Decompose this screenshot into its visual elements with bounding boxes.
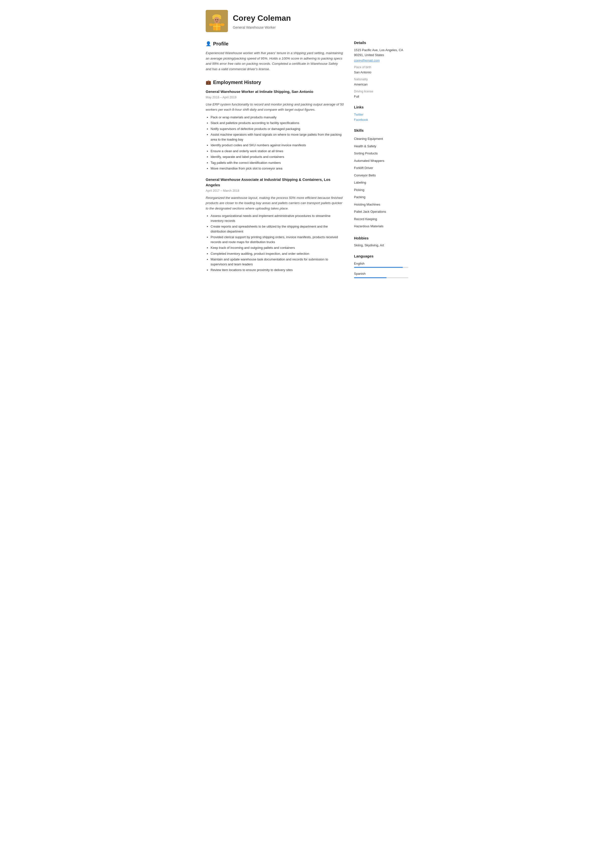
language-spanish-name: Spanish [354, 271, 408, 276]
employment-section: 💼 Employment History General Warehouse W… [206, 79, 344, 272]
skill-item: Sorting Products [354, 150, 408, 157]
list-item: Assist machine operators with hand signa… [211, 132, 344, 142]
list-item: Provided clerical support by printing sh… [211, 235, 344, 244]
list-item: Tag pallets with the correct identificat… [211, 160, 344, 165]
skill-item: Health & Safety [354, 143, 408, 150]
skills-title: Skills [354, 128, 408, 133]
links-section: Links Twitter Facebook [354, 104, 408, 122]
skill-item: Labeling [354, 179, 408, 186]
profile-title: 👤 Profile [206, 40, 344, 47]
job-1-description: Use ERP system functionality to record a… [206, 102, 344, 112]
profile-icon: 👤 [206, 40, 211, 47]
list-item: Pack or wrap materials and products manu… [211, 115, 344, 120]
driving-value: Full [354, 94, 408, 99]
links-title: Links [354, 104, 408, 110]
language-item-spanish: Spanish [354, 271, 408, 278]
language-english-bar-bg [354, 267, 408, 268]
skill-item: Automated Wrappers [354, 157, 408, 164]
skill-item: Picking [354, 186, 408, 194]
svg-point-5 [217, 19, 218, 20]
place-of-birth-value: San Antonio [354, 70, 408, 75]
hobbies-text: Skiing, Skydiving, Art [354, 243, 408, 248]
left-column: 👤 Profile Experienced Warehouse worker w… [206, 40, 344, 284]
link-twitter[interactable]: Twitter [354, 112, 408, 117]
list-item: Assess organizational needs and implemen… [211, 214, 344, 223]
language-spanish-bar-fill [354, 277, 387, 278]
svg-rect-7 [216, 23, 217, 30]
skill-item: Hazardous Materials [354, 223, 408, 230]
skill-item: Packing [354, 194, 408, 201]
job-2-title: General Warehouse Associate at Industria… [206, 177, 344, 188]
details-address: 1515 Pacific Ave, Los Angeles, CA 90291,… [354, 48, 408, 58]
skill-item: Pallet Jack Operations [354, 208, 408, 215]
resume-container: Corey Coleman General Warehouse Worker 👤… [196, 0, 418, 299]
main-content: 👤 Profile Experienced Warehouse worker w… [206, 40, 408, 284]
list-item: Identify product codes and SKU numbers a… [211, 143, 344, 148]
language-item-english: English [354, 261, 408, 268]
list-item: Notify supervisors of defective products… [211, 127, 344, 132]
hobbies-section: Hobbies Skiing, Skydiving, Art [354, 236, 408, 248]
header: Corey Coleman General Warehouse Worker [206, 10, 408, 32]
nationality-value: American [354, 82, 408, 87]
nationality-label: Nationality [354, 77, 408, 82]
right-column: Details 1515 Pacific Ave, Los Angeles, C… [354, 40, 408, 284]
avatar-image [206, 10, 228, 32]
skills-section: Skills Cleaning Equipment Health & Safet… [354, 128, 408, 230]
job-2-dates: April 2017 – March 2018 [206, 189, 344, 193]
details-title: Details [354, 40, 408, 46]
hobbies-title: Hobbies [354, 236, 408, 241]
skill-item: Forklift Driver [354, 164, 408, 172]
driving-label: Driving license [354, 89, 408, 94]
list-item: Create reports and spreadsheets to be ut… [211, 224, 344, 234]
svg-point-4 [215, 19, 216, 20]
job-1-bullets: Pack or wrap materials and products manu… [206, 115, 344, 171]
svg-rect-8 [213, 26, 221, 27]
details-email[interactable]: corey@email.com [354, 59, 380, 62]
candidate-subtitle: General Warehouse Worker [233, 25, 291, 30]
languages-section: Languages English Spanish [354, 254, 408, 278]
svg-rect-9 [209, 23, 213, 26]
skill-item: Conveyor Belts [354, 172, 408, 179]
candidate-name: Corey Coleman [233, 12, 291, 24]
svg-rect-10 [221, 23, 224, 26]
job-1-title: General Warehouse Worker at Intinate Shi… [206, 89, 344, 95]
profile-text: Experienced Warehouse worker with five y… [206, 50, 344, 72]
list-item: Identify, separate and label products an… [211, 154, 344, 160]
employment-icon: 💼 [206, 79, 211, 86]
list-item: Completed inventory auditing, product in… [211, 251, 344, 256]
languages-title: Languages [354, 254, 408, 259]
header-info: Corey Coleman General Warehouse Worker [233, 12, 291, 30]
job-2-description: Reorganized the warehouse layout, making… [206, 195, 344, 211]
avatar-svg [206, 10, 228, 32]
employment-title: 💼 Employment History [206, 79, 344, 86]
language-spanish-bar-bg [354, 277, 408, 278]
skill-item: Record Keeping [354, 215, 408, 223]
avatar [206, 10, 228, 32]
list-item: Maintain and update warehouse task docum… [211, 257, 344, 267]
job-1-dates: May 2018 – April 2019 [206, 95, 344, 100]
place-of-birth-label: Place of birth [354, 65, 408, 70]
language-english-name: English [354, 261, 408, 266]
skill-item: Hoisting Machines [354, 201, 408, 208]
list-item: Review item locations to ensure proximit… [211, 268, 344, 273]
job-2-bullets: Assess organizational needs and implemen… [206, 214, 344, 273]
language-english-bar-fill [354, 267, 403, 268]
list-item: Stack and palletize products according t… [211, 121, 344, 126]
skill-item: Cleaning Equipment [354, 135, 408, 143]
list-item: Move merchandise from pick slot to conve… [211, 166, 344, 171]
list-item: Ensure a clean and orderly work station … [211, 149, 344, 154]
details-section: Details 1515 Pacific Ave, Los Angeles, C… [354, 40, 408, 99]
link-facebook[interactable]: Facebook [354, 117, 408, 122]
svg-point-3 [214, 17, 220, 23]
job-2: General Warehouse Associate at Industria… [206, 177, 344, 273]
job-1: General Warehouse Worker at Intinate Shi… [206, 89, 344, 171]
profile-section: 👤 Profile Experienced Warehouse worker w… [206, 40, 344, 72]
list-item: Keep track of incoming and outgoing pall… [211, 245, 344, 250]
